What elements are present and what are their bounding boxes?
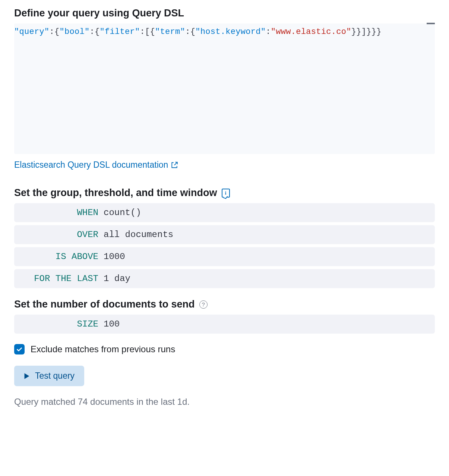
size-row[interactable]: SIZE 100: [14, 315, 435, 334]
info-book-icon[interactable]: i: [222, 189, 230, 198]
threshold-row-label: IS ABOVE: [20, 252, 98, 262]
threshold-row[interactable]: FOR THE LAST1 day: [14, 269, 435, 288]
doc-link-label: Elasticsearch Query DSL documentation: [14, 160, 168, 170]
collapse-handle-icon[interactable]: [427, 23, 435, 24]
query-dsl-title: Define your query using Query DSL: [14, 7, 435, 19]
check-icon: [16, 346, 23, 353]
threshold-expression-rows: WHENcount()OVERall documentsIS ABOVE1000…: [14, 203, 435, 288]
size-title: Set the number of documents to send ?: [14, 299, 435, 310]
play-icon: [24, 373, 30, 379]
size-row-label: SIZE: [20, 319, 98, 329]
threshold-row-value: 1 day: [104, 274, 130, 284]
group-threshold-title-text: Set the group, threshold, and time windo…: [14, 187, 217, 199]
threshold-row-value: 1000: [104, 252, 125, 262]
threshold-row-value: count(): [104, 208, 141, 218]
query-dsl-title-text: Define your query using Query DSL: [14, 7, 184, 19]
query-result-text: Query matched 74 documents in the last 1…: [14, 397, 435, 407]
code-editor-container: "query":{"bool":{"filter":[{"term":{"hos…: [14, 23, 435, 154]
threshold-row-label: FOR THE LAST: [20, 274, 98, 284]
query-code-editor[interactable]: "query":{"bool":{"filter":[{"term":{"hos…: [14, 23, 435, 154]
threshold-row[interactable]: OVERall documents: [14, 225, 435, 244]
exclude-checkbox-label: Exclude matches from previous runs: [31, 344, 175, 354]
query-dsl-doc-link[interactable]: Elasticsearch Query DSL documentation: [14, 160, 178, 170]
group-threshold-title: Set the group, threshold, and time windo…: [14, 187, 435, 199]
size-expression-rows: SIZE 100: [14, 315, 435, 334]
size-row-value: 100: [104, 319, 120, 329]
test-query-label: Test query: [35, 371, 75, 381]
question-circle-icon[interactable]: ?: [199, 300, 208, 309]
threshold-row[interactable]: WHENcount(): [14, 203, 435, 222]
external-link-icon: [171, 162, 178, 168]
threshold-row-label: WHEN: [20, 208, 98, 218]
threshold-row-value: all documents: [104, 230, 173, 240]
exclude-checkbox-row[interactable]: Exclude matches from previous runs: [14, 344, 435, 354]
threshold-row[interactable]: IS ABOVE1000: [14, 247, 435, 266]
exclude-checkbox[interactable]: [14, 344, 25, 354]
test-query-button[interactable]: Test query: [14, 366, 84, 386]
size-title-text: Set the number of documents to send: [14, 299, 195, 310]
threshold-row-label: OVER: [20, 230, 98, 240]
